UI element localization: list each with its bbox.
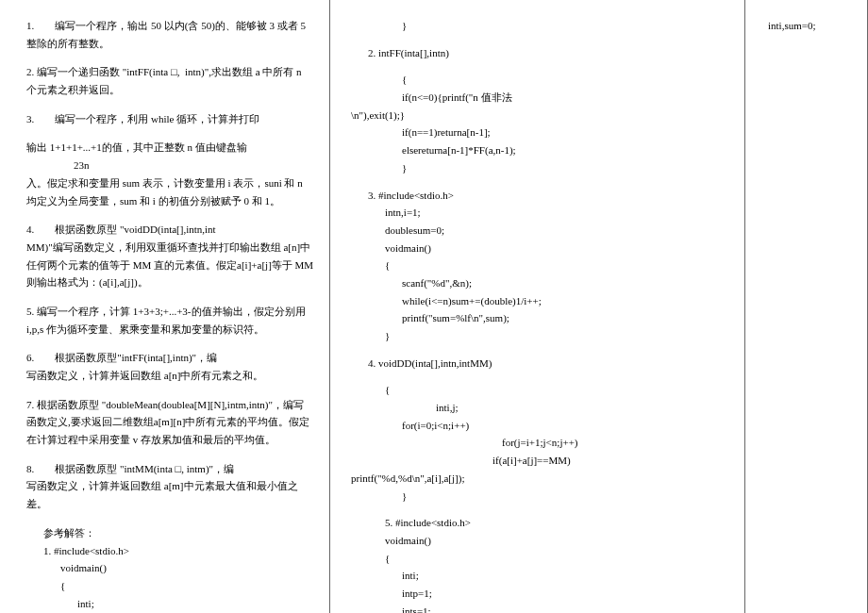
code-4-printf: printf("%d,%d\n",a[i],a[j]); — [351, 470, 733, 488]
code-2-ret1: if(n==1)returna[n-1]; — [402, 124, 733, 141]
code-3-sum: doublesum=0; — [385, 222, 733, 240]
code-2-exit: \n"),exit(1);} — [351, 107, 733, 124]
code-1-main: voidmain() — [60, 559, 314, 577]
code-3-intn: intn,i=1; — [385, 204, 733, 222]
code-2-ret2: elsereturna[n-1]*FF(a,n-1); — [402, 141, 733, 159]
answer-3-header: 3. #include<stdio.h> — [368, 187, 733, 205]
question-5: 5. 编写一个程序，计算 1+3+3;+...+3-的值并输出，假定分别用 i,… — [26, 303, 314, 338]
code-5-ints: ints=1; — [402, 603, 733, 613]
question-3a: 3. 编写一个程序，利用 while 循环，计算并打印 — [26, 110, 314, 128]
question-3b: 输出 1+1+1+...+1的值，其中正整数 n 值由键盘输 — [26, 139, 314, 157]
code-3-main: voidmain() — [385, 240, 733, 257]
question-6b: 写函数定义，计算并返回数组 a[n]中所有元素之和。 — [26, 367, 314, 385]
answer-5-header: 5. #include<stdio.h> — [385, 514, 733, 532]
question-8a: 8. 根据函数原型 "intMM(inta □, intm)"，编 — [26, 460, 314, 478]
code-5-main: voidmain() — [385, 532, 733, 550]
column-2: } 2. intFF(inta[],intn) { if(n<=0){print… — [330, 0, 745, 613]
code-1-close: } — [402, 17, 733, 35]
code-3-scanf: scanf("%d",&n); — [402, 274, 733, 292]
code-1-include: 1. #include<stdio.h> — [43, 542, 314, 560]
code-1-brace: { — [60, 577, 314, 595]
code-3-printf: printf("sum=%lf\n",sum); — [402, 309, 733, 327]
question-4b: MM)"编写函数定义，利用双重循环查找并打印输出数组 a[n]中任何两个元素的值… — [26, 239, 314, 291]
question-6a: 6. 根据函数原型"intFF(inta[],intn)"，编 — [26, 349, 314, 367]
answer-2-header: 2. intFF(inta[],intn) — [368, 44, 733, 62]
question-1: 1. 编写一个程序，输出 50 以内(含 50)的、能够被 3 或者 5 整除的… — [26, 17, 314, 52]
question-3d: 入。假定求和变量用 sum 表示，计数变量用 i 表示，suni 和 n 均定义… — [26, 174, 314, 209]
question-4a: 4. 根据函数原型 "voidDD(inta[],intn,int — [26, 221, 314, 239]
answer-4-header: 4. voidDD(inta[],intn,intMM) — [368, 355, 733, 373]
code-4-for1: for(i=0;i<n;i++) — [402, 417, 733, 435]
code-4-brace: { — [385, 381, 733, 399]
code-4-close: } — [402, 488, 733, 505]
code-5-brace: { — [385, 550, 733, 568]
code-4-inti: inti,j; — [436, 399, 733, 417]
question-7: 7. 根据函数原型 "doubleMean(doublea[M][N],intm… — [26, 396, 314, 449]
code-3-brace: { — [385, 257, 733, 274]
answers-heading: 参考解答： — [43, 524, 314, 542]
code-2-close: } — [402, 159, 733, 177]
code-3-close: } — [385, 327, 733, 345]
code-2-brace: { — [402, 71, 733, 89]
code-3-while: while(i<=n)sum+=(double)1/i++; — [402, 292, 733, 310]
code-5-intp: intp=1; — [402, 585, 733, 603]
question-3c: 23n — [74, 157, 314, 174]
question-2: 2. 编写一个递归函数 "intFF(inta □, intn)",求出数组 a… — [26, 63, 314, 98]
code-2-if: if(n<=0){printf("n 值非法 — [402, 89, 733, 107]
column-3: inti,sum=0; — [745, 0, 868, 613]
code-6-sum: inti,sum=0; — [768, 17, 852, 35]
code-5-inti: inti; — [402, 567, 733, 585]
code-1-inti: inti; — [77, 595, 314, 613]
column-1: 1. 编写一个程序，输出 50 以内(含 50)的、能够被 3 或者 5 整除的… — [0, 0, 330, 613]
code-4-if: if(a[i]+a[j]==MM) — [492, 452, 733, 470]
question-8b: 写函数定义，计算并返回数组 a[m]中元素最大值和最小值之差。 — [26, 477, 314, 512]
code-4-for2: for(j=i+1;j<n;j++) — [502, 434, 733, 452]
